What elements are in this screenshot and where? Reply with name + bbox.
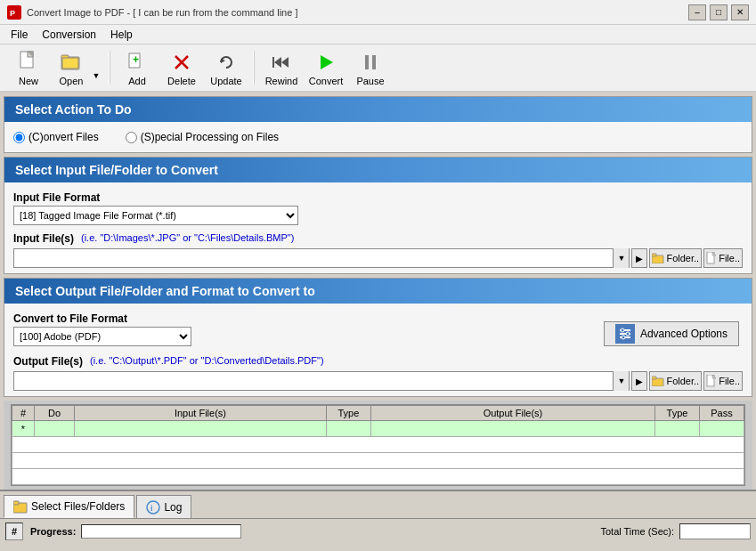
rewind-icon [269,50,294,75]
close-button[interactable]: ✕ [731,4,749,20]
file-icon [706,252,717,264]
status-progress-area: Progress: [30,524,241,539]
select-input-content: Input File Format [18] Tagged Image File… [4,182,752,273]
status-hash: # [5,523,23,540]
table-row: * [12,421,744,437]
rewind-label: Rewind [265,76,298,86]
input-file-row: ▼ ▶ Folder.. [13,248,743,268]
open-button[interactable]: Open [53,48,90,87]
convert-button[interactable]: Convert [305,48,347,87]
separator-1 [109,51,110,85]
new-button[interactable]: New [7,48,50,87]
tab-select-files[interactable]: Select Files/Folders [4,495,134,518]
output-file-label: File.. [719,376,740,386]
output-folder-button[interactable]: Folder.. [649,371,702,391]
action-radio-row: (C)onvert Files (S)pecial Processing on … [13,127,743,147]
col-do: Do [35,406,75,421]
title-bar: P Convert Image to PDF - [ I can be run … [0,0,756,25]
input-file-button[interactable]: File.. [703,248,743,268]
menu-help[interactable]: Help [103,27,140,43]
convert-format-label: Convert to File Format [13,312,191,325]
svg-text:P: P [10,9,15,18]
input-file-label: File.. [719,253,740,263]
output-format-select[interactable]: [100] Adobe (PDF) [13,327,191,346]
cell-do [35,421,75,437]
svg-rect-20 [652,254,656,256]
file-table-area: # Do Input File(s) Type Output File(s) T… [4,401,752,490]
menu-conversion[interactable]: Conversion [35,27,103,43]
advanced-options-icon [615,324,635,344]
new-icon [16,50,41,75]
total-time-label: Total Time (Sec): [600,526,674,537]
convert-files-label: (C)onvert Files [28,131,99,143]
select-input-title: Select Input File/Folder to Convert [15,163,218,177]
open-dropdown-arrow[interactable]: ▼ [90,48,102,87]
special-processing-option[interactable]: (S)pecial Processing on Files [126,131,279,143]
select-action-section: Select Action To Do (C)onvert Files (S)p… [4,96,752,153]
update-button[interactable]: Update [205,48,248,87]
advanced-options-button[interactable]: Advanced Options [604,321,739,346]
input-file-input[interactable] [14,249,613,267]
output-file-button[interactable]: File.. [703,371,743,391]
window-title: Convert Image to PDF - [ I can be run fr… [27,7,688,18]
output-play-button[interactable]: ▶ [631,371,647,391]
pause-button[interactable]: Pause [349,48,392,87]
output-combo-arrow[interactable]: ▼ [613,371,629,391]
tab-log-label: Log [164,501,182,514]
file-icon-output [706,375,717,387]
empty-cell [12,437,744,453]
delete-label: Delete [167,76,196,86]
cell-output-file [370,421,654,437]
output-files-label: Output File(s) [13,355,83,368]
svg-rect-31 [652,377,656,379]
window-controls: – □ ✕ [688,4,749,20]
total-time-value [679,523,751,539]
convert-files-option[interactable]: (C)onvert Files [13,131,99,143]
output-file-row: ▼ ▶ Folder.. [13,371,743,391]
progress-bar [81,524,241,539]
svg-marker-16 [321,55,333,69]
output-files-hint: (i.e. "C:\Output\*.PDF" or "D:\Converted… [90,355,324,366]
output-file-input[interactable] [14,372,613,390]
select-output-section: Select Output File/Folder and Format to … [4,278,752,397]
cell-input-file [75,421,327,437]
bottom-tabs: Select Files/Folders i Log [0,490,756,518]
rewind-button[interactable]: Rewind [260,48,303,87]
add-icon: + [125,50,150,75]
select-input-header: Select Input File/Folder to Convert [4,158,752,182]
input-play-button[interactable]: ▶ [631,248,647,268]
add-label: Add [128,76,146,86]
settings-icon [617,326,633,342]
input-combo-arrow[interactable]: ▼ [613,248,629,268]
tab-log[interactable]: i Log [136,495,191,518]
convert-files-radio[interactable] [13,132,25,143]
maximize-button[interactable]: □ [710,4,728,20]
folder-tab-icon [13,499,28,514]
col-input-files: Input File(s) [75,406,327,421]
input-folder-button[interactable]: Folder.. [649,248,702,268]
minimize-button[interactable]: – [688,4,706,20]
new-label: New [19,76,38,86]
delete-button[interactable]: Delete [160,48,203,87]
empty-cell-3 [12,469,744,485]
status-bar: # Progress: Total Time (Sec): [0,518,756,543]
table-row-empty-2 [12,453,744,469]
cell-type-out [655,421,700,437]
special-processing-radio[interactable] [126,132,137,143]
svg-rect-35 [13,501,19,505]
convert-label: Convert [309,76,344,86]
pause-icon [358,50,383,75]
col-output-files: Output File(s) [370,406,654,421]
app-icon: P [7,5,21,20]
sections-area: Select Action To Do (C)onvert Files (S)p… [0,93,756,401]
total-time-area: Total Time (Sec): [600,523,751,539]
open-button-group[interactable]: Open ▼ [52,48,103,87]
output-file-combo: ▼ [13,371,630,391]
empty-cell-2 [12,453,744,469]
special-processing-label: (S)pecial Processing on Files [141,131,279,143]
add-button[interactable]: + Add [116,48,159,87]
menu-file[interactable]: File [4,27,35,43]
svg-point-27 [621,328,624,332]
input-format-select[interactable]: [18] Tagged Image File Format (*.tif) [13,206,298,225]
open-label: Open [60,76,84,86]
